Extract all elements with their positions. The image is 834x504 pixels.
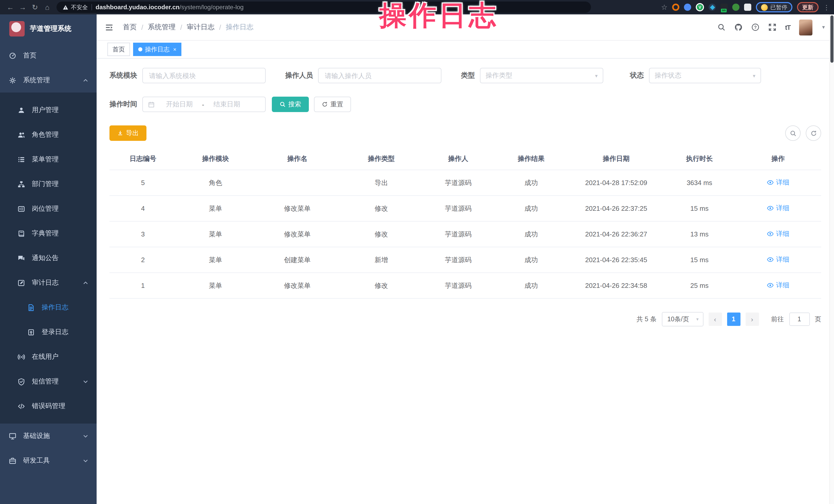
column-header: 操作人 [423, 148, 494, 170]
tab-首页[interactable]: 首页 [107, 43, 130, 56]
profile-paused-pill[interactable]: 已暂停 [756, 2, 792, 12]
extension-stack-icon[interactable]: on [720, 4, 728, 11]
search-button[interactable]: 搜索 [272, 96, 309, 112]
table-row: 5角色导出芋道源码成功2021-04-28 17:52:093634 ms详细 [109, 170, 821, 196]
sidebar-item-home[interactable]: 首页 [0, 43, 96, 68]
sidebar-item-error-code-management[interactable]: 错误码管理 [0, 394, 96, 418]
sidebar-item-sms-management[interactable]: 短信管理 [0, 369, 96, 394]
fullscreen-icon[interactable] [768, 23, 776, 31]
cell-name: 修改菜单 [255, 196, 340, 221]
font-size-icon[interactable]: tT [785, 23, 791, 31]
extension-gem-icon[interactable] [709, 4, 716, 11]
search-icon[interactable] [717, 23, 726, 31]
breadcrumb-item[interactable]: 审计日志 [187, 23, 215, 32]
bookmark-star-icon[interactable]: ☆ [661, 3, 667, 11]
export-button[interactable]: 导出 [109, 126, 147, 141]
sidebar-item-dept-management[interactable]: 部门管理 [0, 172, 96, 196]
sidebar-item-system-management[interactable]: 系统管理 [0, 68, 96, 92]
breadcrumb-item[interactable]: 首页 [123, 23, 137, 32]
reset-button[interactable]: 重置 [314, 96, 351, 112]
not-secure-warning[interactable]: 不安全 [63, 3, 88, 11]
table-toolbar: 导出 [109, 126, 821, 141]
sms-management-icon [18, 377, 25, 385]
detail-link[interactable]: 详细 [767, 255, 789, 264]
sidebar-item-online-user[interactable]: 在线用户 [0, 344, 96, 369]
cell-duration: 15 ms [664, 196, 735, 221]
sidebar-item-label: 角色管理 [32, 130, 59, 139]
user-avatar[interactable] [799, 19, 812, 35]
extensions-puzzle-icon[interactable] [744, 4, 751, 11]
login-log-icon [27, 328, 35, 336]
cell-name [255, 170, 340, 196]
active-tab-dot [138, 47, 142, 51]
browser-address-bar[interactable]: 不安全 dashboard.yudao.iocoder.cn/system/lo… [57, 2, 591, 13]
scrollbar-thumb[interactable] [830, 16, 833, 63]
chrome-update-button[interactable]: 更新 [797, 2, 818, 12]
sidebar-item-audit-log[interactable]: 审计日志 [0, 270, 96, 295]
chevron-down-icon: ▾ [753, 73, 755, 79]
detail-link[interactable]: 详细 [767, 281, 789, 290]
browser-back-button[interactable]: ← [4, 1, 17, 13]
github-icon[interactable] [734, 23, 743, 31]
close-tab-icon[interactable]: × [173, 46, 176, 52]
eye-icon [767, 230, 774, 238]
status-select-placeholder: 操作状态 [655, 71, 681, 80]
refresh-table-button[interactable] [806, 126, 821, 141]
page-url[interactable]: dashboard.yudao.iocoder.cn/system/log/op… [95, 4, 244, 11]
scrollbar[interactable] [829, 15, 834, 504]
sidebar-item-role-management[interactable]: 角色管理 [0, 122, 96, 147]
date-range-picker[interactable]: 开始日期 - 结束日期 [142, 96, 266, 112]
help-icon[interactable]: ? [751, 23, 760, 31]
detail-link[interactable]: 详细 [767, 203, 789, 213]
sidebar-item-user-management[interactable]: 用户管理 [0, 98, 96, 122]
module-input[interactable] [142, 68, 266, 83]
sidebar-item-label: 用户管理 [32, 105, 59, 115]
avatar-caret-down-icon[interactable]: ▼ [821, 25, 826, 30]
sidebar-item-dev-tools[interactable]: 研发工具 [0, 448, 96, 473]
sidebar-item-infrastructure[interactable]: 基础设施 [0, 423, 96, 448]
cell-duration: 3634 ms [664, 170, 735, 196]
end-date-placeholder: 结束日期 [214, 100, 240, 109]
sidebar-item-menu-management[interactable]: 菜单管理 [0, 147, 96, 172]
cell-name: 修改菜单 [255, 221, 340, 247]
cell-type: 修改 [340, 273, 422, 299]
page-size-select[interactable]: 10条/页 ▾ [662, 312, 703, 326]
sidebar-item-login-log[interactable]: 登录日志 [0, 320, 96, 344]
extension-pin-icon[interactable] [684, 4, 691, 11]
dept-management-icon [18, 180, 25, 188]
browser-home-button[interactable]: ⌂ [41, 1, 53, 13]
search-icon [280, 101, 286, 107]
operator-label: 操作人员 [285, 71, 313, 80]
status-select[interactable]: 操作状态 ▾ [649, 68, 761, 83]
next-page-button[interactable]: › [745, 312, 759, 326]
operator-input[interactable] [318, 68, 441, 83]
breadcrumb-item[interactable]: 系统管理 [148, 23, 176, 32]
sidebar-item-post-management[interactable]: 岗位管理 [0, 196, 96, 221]
prev-page-button[interactable]: ‹ [708, 312, 722, 326]
detail-link[interactable]: 详细 [767, 178, 789, 187]
extension-v-icon[interactable]: V [696, 3, 704, 11]
post-management-icon [18, 205, 25, 213]
sidebar-item-notice[interactable]: 通知公告 [0, 246, 96, 270]
eye-icon [767, 179, 774, 186]
current-page-button[interactable]: 1 [727, 312, 740, 326]
goto-page-input[interactable] [789, 312, 810, 326]
browser-forward-button[interactable]: → [17, 1, 29, 13]
type-select[interactable]: 操作类型 ▾ [480, 68, 603, 83]
annotation-title: 操作日志 [379, 2, 499, 29]
browser-reload-button[interactable]: ↻ [29, 1, 41, 13]
module-label: 系统模块 [109, 71, 137, 80]
sidebar-logo-row[interactable]: 芋道管理系统 [0, 15, 96, 43]
sidebar-item-dict-management[interactable]: 字典管理 [0, 221, 96, 246]
extension-leaf-icon[interactable] [732, 4, 740, 11]
extension-orange-icon[interactable] [672, 4, 679, 11]
sidebar-item-operate-log[interactable]: 操作日志 [0, 295, 96, 320]
toggle-search-button[interactable] [785, 126, 800, 141]
collapse-sidebar-icon[interactable] [105, 23, 114, 31]
browser-menu-icon[interactable]: ⋮ [823, 3, 830, 11]
browser-toolbar-right: ☆ V on 已暂停 更新 ⋮ [661, 2, 830, 12]
tab-操作日志[interactable]: 操作日志× [133, 43, 182, 56]
detail-link[interactable]: 详细 [767, 229, 789, 239]
table-row: 4菜单修改菜单修改芋道源码成功2021-04-26 22:37:2515 ms详… [109, 196, 821, 221]
update-label: 更新 [802, 3, 813, 11]
